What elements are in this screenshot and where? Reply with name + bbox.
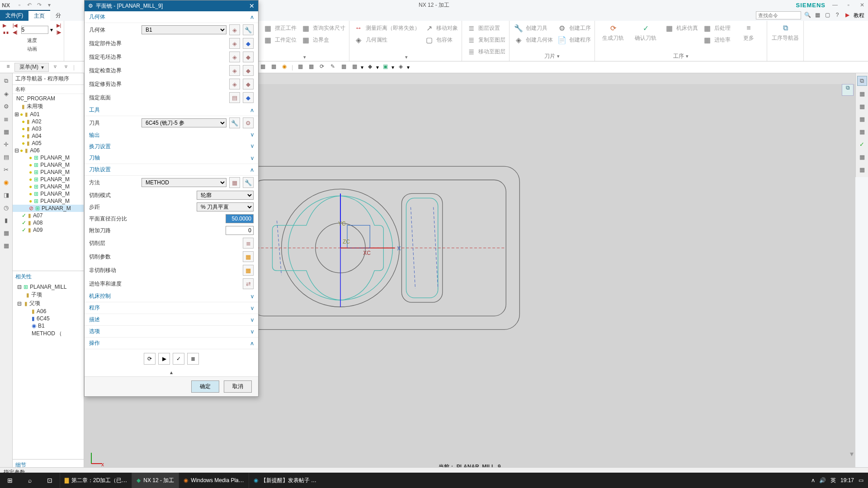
dropdown-icon[interactable]: ▾ — [50, 27, 53, 33]
create-tool-icon[interactable]: 🔧 — [513, 23, 524, 33]
step-back-icon[interactable]: ◀| — [13, 29, 18, 35]
measure-icon[interactable]: ↔ — [353, 23, 364, 33]
rb-draw-icon[interactable]: ▤ — [1, 152, 11, 162]
chevron-down-icon[interactable]: v — [251, 328, 254, 335]
search-icon[interactable]: 🔍 — [804, 12, 811, 19]
nav-tree[interactable]: NC_PROGRAM ▮未用项 ⊞●▮A01 ●▮A02 ●▮A03 ●▮A04… — [13, 94, 84, 271]
rb-b-icon[interactable]: ▦ — [1, 240, 11, 250]
layer-set-icon[interactable]: ≣ — [466, 23, 476, 33]
part-bnd-show-icon[interactable]: ◆ — [243, 38, 254, 49]
rb-clip-icon[interactable]: ✂ — [1, 164, 11, 174]
rb-layer-icon[interactable]: ▦ — [1, 127, 11, 136]
geom-edit-icon[interactable]: ◈ — [229, 24, 240, 35]
cut-layer-icon[interactable]: ≣ — [243, 238, 254, 249]
rb-csys-icon[interactable]: ✛ — [1, 139, 11, 149]
chevron-up-icon[interactable]: ʌ — [250, 107, 254, 113]
play-start-icon[interactable]: ▶ — [3, 23, 9, 28]
rb-a-icon[interactable]: ▦ — [1, 228, 11, 238]
tutorial-icon[interactable]: ▶ — [844, 12, 851, 19]
gen-path-icon[interactable]: ⟳ — [608, 23, 618, 33]
chevron-up-icon[interactable]: ʌ — [250, 340, 254, 347]
addpath-input[interactable] — [226, 226, 254, 235]
undo-icon[interactable]: ↶ — [25, 1, 33, 9]
tb-ico-9[interactable]: ▦ — [307, 63, 316, 71]
create-op-icon[interactable]: ⚙ — [557, 23, 567, 33]
op-replay-icon[interactable]: ▶ — [158, 353, 170, 365]
chevron-down-icon[interactable]: v — [251, 155, 254, 161]
grid-icon[interactable]: ▦ — [814, 12, 821, 19]
speed-input[interactable] — [21, 26, 48, 34]
cutmode-select[interactable]: 轮廓 — [197, 191, 254, 200]
tb-ico-14[interactable]: ◆ — [365, 63, 374, 71]
rb-part-icon[interactable]: ◈ — [1, 89, 11, 99]
tb-ico-5[interactable]: ▦ — [258, 63, 267, 71]
op-nav-icon[interactable]: ⧉ — [780, 23, 791, 33]
method-edit-icon[interactable]: ▦ — [229, 177, 240, 188]
skip-fwd-icon[interactable]: ▶| — [57, 23, 61, 28]
geometry-select[interactable]: B1 — [142, 25, 226, 34]
step-fwd-icon[interactable]: |▶ — [57, 29, 61, 35]
op-generate-icon[interactable]: ⟳ — [144, 353, 156, 365]
more-ribbon-icon[interactable]: ≡ — [743, 23, 754, 33]
rr-1-icon[interactable]: ⧉ — [857, 76, 867, 86]
feed-icon[interactable]: ▦ — [702, 34, 712, 45]
tutorial-label[interactable]: 教程 — [854, 12, 864, 19]
dialog-collapse-icon[interactable]: ▴ — [85, 368, 258, 376]
feed-speed-icon[interactable]: ⇄ — [243, 278, 254, 289]
tool-select[interactable]: 6C45 (铣刀-5 参 — [142, 118, 226, 127]
rr-4-icon[interactable]: ▦ — [857, 114, 867, 124]
tb-filter2[interactable]: ▿ — [61, 63, 71, 71]
rb-mfg-icon[interactable]: ⚙ — [1, 101, 11, 111]
dialog-title-bar[interactable]: ⚙ 平面铣 - [PLANAR_MILL_9] ✕ — [85, 0, 258, 11]
floor-show-icon[interactable]: ◆ — [243, 92, 254, 103]
task-browser[interactable]: ◉【新提醒】发表帖子 … — [249, 473, 321, 488]
save-icon[interactable]: ▫ — [15, 1, 24, 9]
chevron-down-icon[interactable]: v — [251, 131, 254, 139]
part-bnd-icon[interactable]: ◈ — [229, 38, 240, 49]
chevron-down-icon[interactable]: v — [251, 293, 254, 300]
rb-rss-icon[interactable]: ◉ — [1, 177, 11, 187]
rb-clock-icon[interactable]: ◷ — [1, 202, 11, 212]
tray-volume-icon[interactable]: 🔊 — [819, 477, 826, 483]
ok-button[interactable]: 确定 — [191, 380, 219, 393]
tb-ico-12[interactable]: ▦ — [339, 63, 348, 71]
redo-icon[interactable]: ↷ — [35, 1, 43, 9]
contain-icon[interactable]: ▢ — [424, 34, 434, 45]
rr-2-icon[interactable]: ▦ — [857, 89, 867, 99]
chevron-down-icon[interactable]: v — [251, 143, 254, 150]
chevron-down-icon[interactable]: v — [251, 317, 254, 323]
more-icon[interactable]: ▾ — [45, 1, 53, 9]
dialog-close-icon[interactable]: ✕ — [249, 2, 255, 9]
cancel-button[interactable]: 取消 — [224, 380, 252, 393]
check-bnd-icon[interactable]: ◈ — [229, 65, 240, 76]
query-icon[interactable]: ▦ — [300, 23, 311, 33]
tb-ico-15[interactable]: ▣ — [381, 63, 390, 71]
method-select[interactable]: METHOD — [142, 178, 226, 187]
rb-block-icon[interactable]: ◨ — [1, 190, 11, 200]
help-icon[interactable]: ? — [834, 12, 841, 19]
step-select[interactable]: % 刀具平直 — [197, 202, 254, 211]
geom-wrench-icon[interactable]: 🔧 — [243, 24, 254, 35]
rr-5-icon[interactable]: ▦ — [857, 127, 867, 136]
rb-nav-icon[interactable]: ⧉ — [1, 76, 11, 86]
chevron-up-icon[interactable]: ʌ — [250, 14, 254, 20]
trim-bnd-icon[interactable]: ◈ — [229, 79, 240, 89]
tool-edit-icon[interactable]: ⚙ — [243, 117, 254, 128]
rr-8-icon[interactable]: ▦ — [857, 164, 867, 174]
search-button[interactable]: ⌕ — [20, 473, 40, 488]
rb-hist-icon[interactable]: ≣ — [1, 114, 11, 124]
locate-icon[interactable]: ▦ — [262, 34, 273, 45]
tb-ico-16[interactable]: ◈ — [396, 63, 405, 71]
tb-ico-13[interactable]: ▦ — [350, 63, 359, 71]
nav-rel-header[interactable]: 相关性 — [13, 271, 84, 282]
task-nx[interactable]: ◆NX 12 - 加工 — [132, 473, 179, 488]
tb-ico-10[interactable]: ⟳ — [317, 63, 326, 71]
menu-home[interactable]: 主页 — [28, 10, 50, 21]
move-layer-icon[interactable]: ≣ — [466, 46, 476, 57]
menu-analysis[interactable]: 分 — [50, 10, 66, 21]
post-icon[interactable]: ▦ — [702, 23, 712, 33]
op-list-icon[interactable]: ≣ — [187, 353, 199, 365]
task-explorer[interactable]: ▇第二章：2D加工（已… — [60, 473, 132, 488]
floor-icon[interactable]: ▤ — [229, 92, 240, 103]
taskview-button[interactable]: ⊡ — [40, 473, 60, 488]
